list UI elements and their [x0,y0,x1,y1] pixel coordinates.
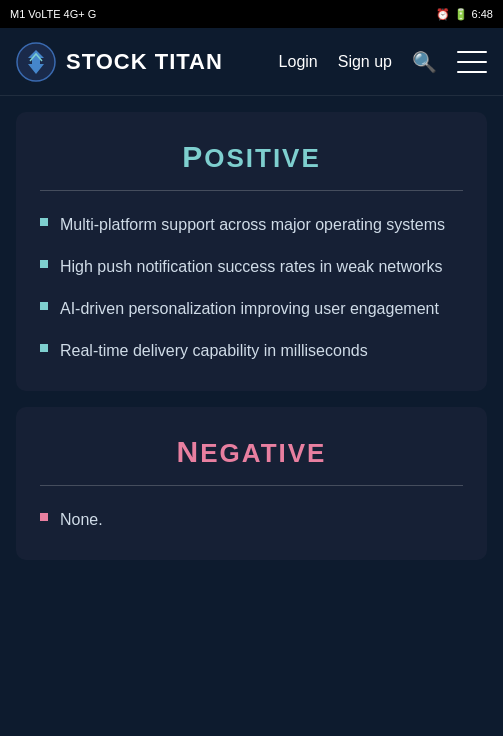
brand-title: STOCK TITAN [66,49,223,75]
positive-divider [40,190,463,191]
list-item: Multi-platform support across major oper… [40,213,463,237]
positive-title-rest: OSITIVE [204,143,321,173]
navbar-links: Login Sign up 🔍 [279,50,487,74]
negative-divider [40,485,463,486]
status-bar: M1 VoLTE 4G+ G ⏰ 🔋 6:48 [0,0,503,28]
list-item: High push notification success rates in … [40,255,463,279]
status-right: ⏰ 🔋 6:48 [436,8,493,21]
list-item-text: Multi-platform support across major oper… [60,213,445,237]
navbar: STOCK TITAN Login Sign up 🔍 [0,28,503,96]
negative-card-title: NEGATIVE [40,435,463,469]
hamburger-menu-icon[interactable] [457,51,487,73]
positive-title-first-letter: P [182,140,204,173]
positive-list: Multi-platform support across major oper… [40,213,463,363]
signup-link[interactable]: Sign up [338,53,392,71]
main-content: POSITIVE Multi-platform support across m… [0,96,503,592]
bullet-icon [40,344,48,352]
login-link[interactable]: Login [279,53,318,71]
list-item: None. [40,508,463,532]
bullet-icon [40,218,48,226]
negative-card: NEGATIVE None. [16,407,487,560]
battery-icon: 🔋 [454,8,468,21]
list-item-text: High push notification success rates in … [60,255,442,279]
bullet-icon [40,513,48,521]
alarm-icon: ⏰ [436,8,450,21]
list-item-text: AI-driven personalization improving user… [60,297,439,321]
negative-title-rest: EGATIVE [200,438,326,468]
bullet-icon [40,302,48,310]
brand-section: STOCK TITAN [16,42,223,82]
list-item-text: None. [60,508,103,532]
positive-card: POSITIVE Multi-platform support across m… [16,112,487,391]
positive-card-title: POSITIVE [40,140,463,174]
search-icon[interactable]: 🔍 [412,50,437,74]
status-left: M1 VoLTE 4G+ G [10,8,96,20]
brand-logo [16,42,56,82]
negative-title-first-letter: N [177,435,201,468]
list-item: Real-time delivery capability in millise… [40,339,463,363]
time-display: 6:48 [472,8,493,20]
carrier-text: M1 VoLTE 4G+ G [10,8,96,20]
bullet-icon [40,260,48,268]
list-item-text: Real-time delivery capability in millise… [60,339,368,363]
list-item: AI-driven personalization improving user… [40,297,463,321]
negative-list: None. [40,508,463,532]
